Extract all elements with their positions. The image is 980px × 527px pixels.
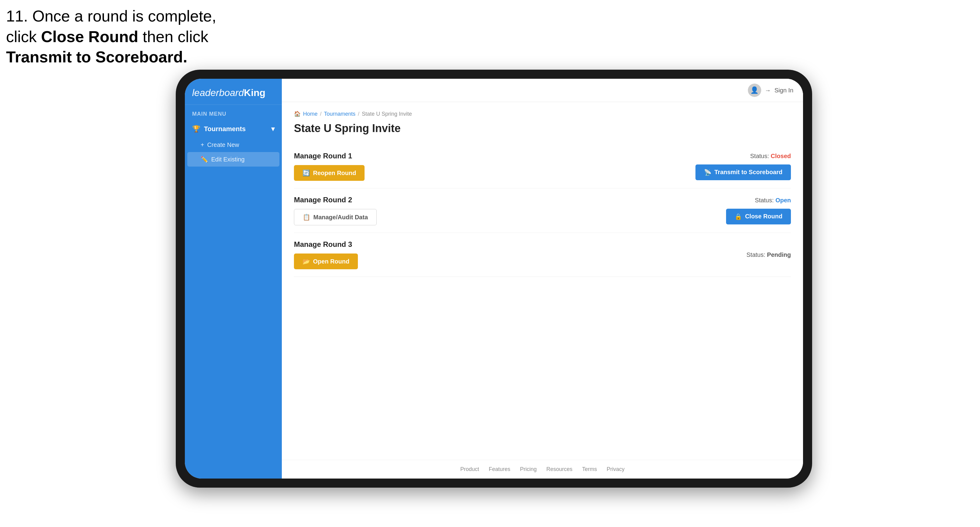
footer: Product Features Pricing Resources Terms… bbox=[282, 460, 803, 479]
main-content: 👤 → Sign In 🏠 Home / Tournaments / bbox=[282, 79, 803, 479]
page-title: State U Spring Invite bbox=[294, 122, 791, 135]
open-round-button[interactable]: 📂 Open Round bbox=[294, 254, 358, 269]
round-2-section: Manage Round 2 📋 Manage/Audit Data Statu… bbox=[294, 188, 791, 233]
round-2-title: Manage Round 2 bbox=[294, 196, 377, 204]
sign-in-label: Sign In bbox=[775, 87, 793, 94]
reopen-round-button[interactable]: 🔄 Reopen Round bbox=[294, 165, 364, 181]
close-round-label: Close Round bbox=[745, 213, 783, 220]
tablet-screen: leaderboardKing MAIN MENU 🏆 Tournaments … bbox=[185, 79, 803, 479]
breadcrumb-current: State U Spring Invite bbox=[362, 111, 412, 117]
breadcrumb-sep1: / bbox=[320, 111, 321, 117]
avatar: 👤 bbox=[748, 84, 761, 97]
round-1-title: Manage Round 1 bbox=[294, 152, 364, 160]
footer-resources[interactable]: Resources bbox=[546, 466, 573, 473]
transmit-scoreboard-button[interactable]: 📡 Transmit to Scoreboard bbox=[695, 165, 791, 180]
create-new-label: Create New bbox=[207, 141, 239, 148]
round-3-left: Manage Round 3 📂 Open Round bbox=[294, 240, 358, 269]
user-icon: 👤 bbox=[750, 86, 759, 94]
footer-terms[interactable]: Terms bbox=[582, 466, 597, 473]
tablet-device: leaderboardKing MAIN MENU 🏆 Tournaments … bbox=[176, 70, 812, 487]
chevron-down-icon bbox=[271, 125, 275, 133]
round-3-title: Manage Round 3 bbox=[294, 240, 358, 249]
instruction-bold2: Transmit to Scoreboard. bbox=[6, 48, 187, 66]
sidebar: leaderboardKing MAIN MENU 🏆 Tournaments … bbox=[185, 79, 282, 479]
app-container: leaderboardKing MAIN MENU 🏆 Tournaments … bbox=[185, 79, 803, 479]
round-2-status-label: Status: bbox=[755, 197, 774, 203]
transmit-scoreboard-label: Transmit to Scoreboard bbox=[714, 169, 783, 176]
top-bar: 👤 → Sign In bbox=[282, 79, 803, 102]
round-1-status-label: Status: bbox=[750, 152, 769, 159]
audit-icon: 📋 bbox=[303, 214, 310, 221]
logo-area: leaderboardKing bbox=[185, 79, 282, 105]
page-content: 🏠 Home / Tournaments / State U Spring In… bbox=[282, 102, 803, 460]
logo: leaderboardKing bbox=[192, 87, 275, 98]
round-3-right: Status: Pending bbox=[746, 251, 791, 258]
close-round-button[interactable]: 🔒 Close Round bbox=[726, 209, 791, 224]
sign-in-area[interactable]: 👤 → Sign In bbox=[748, 84, 793, 97]
round-1-status: Status: Closed bbox=[750, 152, 791, 160]
footer-privacy[interactable]: Privacy bbox=[607, 466, 625, 473]
reopen-icon: 🔄 bbox=[302, 169, 310, 176]
footer-features[interactable]: Features bbox=[489, 466, 510, 473]
round-3-status-value: Pending bbox=[767, 251, 791, 258]
signin-arrow-icon: → bbox=[765, 87, 771, 94]
home-icon: 🏠 bbox=[294, 111, 301, 117]
round-1-right: Status: Closed 📡 Transmit to Scoreboard bbox=[695, 152, 791, 180]
round-2-status: Status: Open bbox=[755, 197, 791, 204]
edit-icon: ✏️ bbox=[200, 156, 208, 163]
sidebar-item-edit-existing[interactable]: ✏️ Edit Existing bbox=[187, 152, 279, 167]
round-3-status-label: Status: bbox=[746, 251, 765, 258]
breadcrumb-sep2: / bbox=[358, 111, 360, 117]
instruction-bold1: Close Round bbox=[41, 28, 138, 45]
plus-icon: + bbox=[200, 141, 204, 148]
trophy-icon: 🏆 bbox=[192, 125, 200, 133]
footer-product[interactable]: Product bbox=[460, 466, 479, 473]
round-1-status-value: Closed bbox=[771, 152, 791, 159]
tournaments-item-left: 🏆 Tournaments bbox=[192, 125, 246, 133]
open-icon: 📂 bbox=[302, 258, 310, 265]
manage-audit-button[interactable]: 📋 Manage/Audit Data bbox=[294, 209, 377, 225]
breadcrumb-home[interactable]: Home bbox=[303, 111, 318, 117]
breadcrumb: 🏠 Home / Tournaments / State U Spring In… bbox=[294, 111, 791, 117]
footer-pricing[interactable]: Pricing bbox=[520, 466, 537, 473]
sidebar-item-create-new[interactable]: + Create New bbox=[185, 138, 282, 152]
logo-bold: King bbox=[244, 87, 266, 98]
round-2-right: Status: Open 🔒 Close Round bbox=[726, 197, 791, 224]
open-round-label: Open Round bbox=[313, 258, 349, 265]
sidebar-item-tournaments[interactable]: 🏆 Tournaments bbox=[185, 120, 282, 138]
edit-existing-label: Edit Existing bbox=[211, 156, 245, 163]
round-3-section: Manage Round 3 📂 Open Round Status: Pend… bbox=[294, 233, 791, 277]
manage-audit-label: Manage/Audit Data bbox=[313, 214, 368, 221]
round-2-status-value: Open bbox=[775, 197, 791, 203]
round-1-left: Manage Round 1 🔄 Reopen Round bbox=[294, 152, 364, 181]
transmit-icon: 📡 bbox=[704, 169, 711, 176]
breadcrumb-tournaments[interactable]: Tournaments bbox=[324, 111, 355, 117]
instruction-line1: 11. Once a round is complete, bbox=[6, 7, 216, 25]
instruction-line3: then click bbox=[138, 28, 208, 45]
reopen-round-label: Reopen Round bbox=[313, 170, 356, 176]
round-3-status: Status: Pending bbox=[746, 251, 791, 258]
round-2-left: Manage Round 2 📋 Manage/Audit Data bbox=[294, 196, 377, 225]
round-1-section: Manage Round 1 🔄 Reopen Round Status: Cl… bbox=[294, 144, 791, 188]
main-menu-label: MAIN MENU bbox=[185, 105, 282, 120]
instruction-text: 11. Once a round is complete, click Clos… bbox=[6, 6, 216, 68]
close-icon: 🔒 bbox=[735, 213, 742, 220]
tournaments-label: Tournaments bbox=[204, 125, 246, 133]
instruction-line2: click bbox=[6, 28, 41, 45]
